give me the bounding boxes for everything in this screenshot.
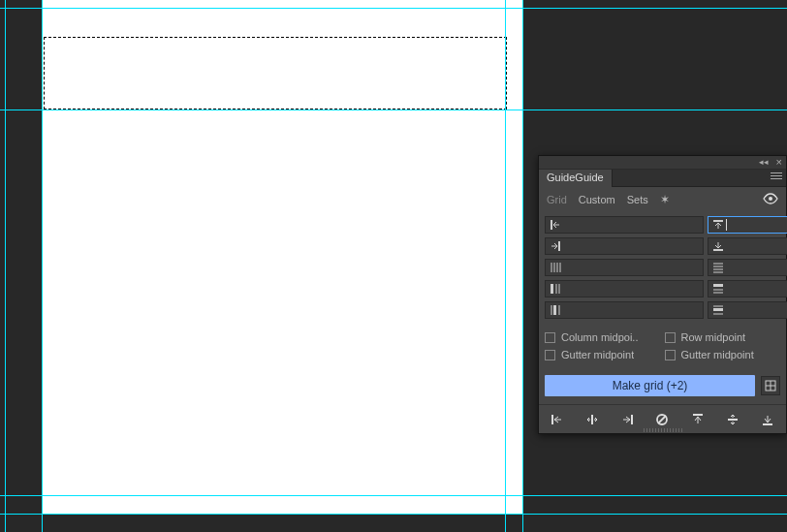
panel-tabstrip: GuideGuide bbox=[539, 170, 786, 187]
save-set-button[interactable] bbox=[761, 376, 780, 395]
svg-line-32 bbox=[658, 416, 666, 423]
row-gutter-icon bbox=[712, 304, 724, 316]
svg-rect-13 bbox=[551, 284, 553, 294]
row-midpoint-label: Row midpoint bbox=[681, 331, 746, 343]
column-midpoint-checkbox[interactable] bbox=[545, 332, 555, 343]
align-vcenter-icon[interactable] bbox=[722, 409, 743, 430]
column-gutter-icon bbox=[550, 304, 561, 316]
tab-sets[interactable]: Sets bbox=[627, 194, 648, 205]
panel-nav: Grid Custom Sets ✶ bbox=[539, 187, 786, 212]
clear-guides-icon[interactable] bbox=[651, 409, 673, 430]
inputs-grid bbox=[539, 212, 786, 325]
panel-menu-icon[interactable] bbox=[771, 172, 782, 182]
column-gutter-input[interactable] bbox=[545, 301, 704, 319]
bottom-margin-input[interactable] bbox=[708, 237, 787, 255]
top-margin-input[interactable] bbox=[708, 216, 787, 234]
eye-icon[interactable] bbox=[763, 193, 778, 207]
h-guide[interactable] bbox=[0, 110, 787, 110]
column-midpoint-label: Column midpoi.. bbox=[561, 331, 638, 343]
margin-right-icon bbox=[550, 240, 561, 252]
v-guide[interactable] bbox=[5, 0, 6, 532]
tab-custom[interactable]: Custom bbox=[579, 194, 615, 205]
right-margin-input[interactable] bbox=[545, 237, 704, 255]
gear-icon[interactable]: ✶ bbox=[660, 193, 670, 206]
make-grid-button[interactable]: Make grid (+2) bbox=[545, 375, 755, 396]
align-right-icon[interactable] bbox=[616, 409, 638, 430]
h-guide[interactable] bbox=[0, 8, 787, 9]
svg-rect-20 bbox=[553, 305, 556, 315]
margin-bottom-icon bbox=[712, 240, 724, 252]
margin-left-icon bbox=[550, 219, 561, 231]
close-icon[interactable]: × bbox=[776, 156, 782, 168]
v-guide[interactable] bbox=[505, 0, 506, 532]
columns-icon bbox=[550, 262, 561, 273]
panel-tab-guideguide[interactable]: GuideGuide bbox=[539, 170, 613, 187]
action-row: Make grid (+2) bbox=[539, 371, 786, 404]
gutter-midpoint-right-label: Gutter midpoint bbox=[681, 349, 754, 360]
artboard[interactable] bbox=[42, 0, 523, 514]
tab-grid[interactable]: Grid bbox=[547, 194, 567, 205]
checkbox-group: Column midpoi.. Row midpoint Gutter midp… bbox=[539, 325, 786, 371]
svg-rect-23 bbox=[713, 308, 723, 311]
align-hcenter-icon[interactable] bbox=[582, 409, 603, 430]
rows-icon bbox=[712, 262, 724, 273]
columns-input[interactable] bbox=[545, 259, 704, 276]
margin-top-icon bbox=[712, 219, 724, 231]
row-height-input[interactable] bbox=[708, 280, 787, 297]
column-width-input[interactable] bbox=[545, 280, 704, 297]
svg-rect-16 bbox=[713, 284, 723, 287]
svg-point-0 bbox=[769, 197, 772, 201]
column-width-icon bbox=[550, 283, 561, 295]
resize-grip[interactable] bbox=[644, 428, 682, 432]
collapse-icon[interactable]: ◂◂ bbox=[759, 157, 769, 167]
v-guide[interactable] bbox=[522, 0, 523, 532]
align-left-icon[interactable] bbox=[547, 409, 568, 430]
panel-titlebar[interactable]: ◂◂ × bbox=[539, 156, 786, 170]
row-gutter-input[interactable] bbox=[708, 301, 787, 319]
guideguide-panel: ◂◂ × GuideGuide Grid Custom Sets ✶ bbox=[538, 155, 787, 434]
gutter-midpoint-left-checkbox[interactable] bbox=[545, 350, 555, 360]
rows-input[interactable] bbox=[708, 259, 787, 276]
row-midpoint-checkbox[interactable] bbox=[665, 332, 676, 343]
row-height-icon bbox=[712, 283, 724, 295]
gutter-midpoint-right-checkbox[interactable] bbox=[665, 350, 676, 360]
v-guide[interactable] bbox=[42, 0, 43, 532]
left-margin-input[interactable] bbox=[545, 216, 704, 234]
h-guide[interactable] bbox=[0, 514, 787, 515]
panel-footer bbox=[539, 404, 786, 433]
h-guide[interactable] bbox=[0, 495, 787, 496]
align-top-icon[interactable] bbox=[687, 409, 708, 430]
align-bottom-icon[interactable] bbox=[757, 409, 778, 430]
gutter-midpoint-left-label: Gutter midpoint bbox=[561, 349, 634, 360]
